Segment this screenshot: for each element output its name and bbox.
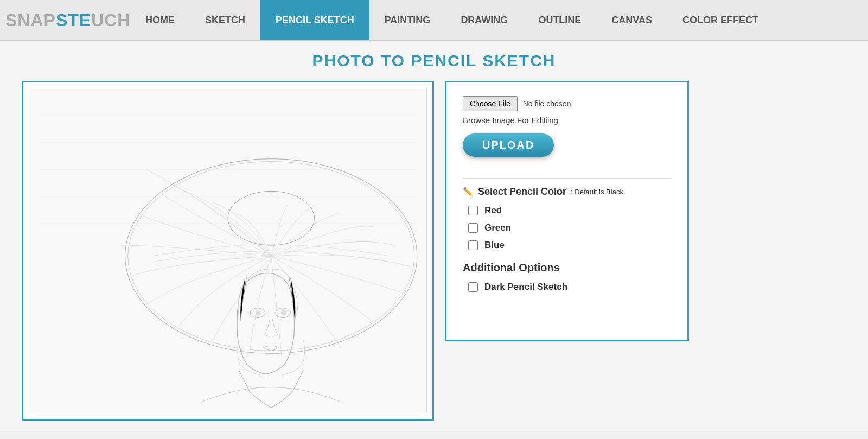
svg-point-11 [256, 310, 261, 316]
dark-pencil-checkbox-row: Dark Pencil Sketch [468, 282, 671, 292]
main-content: PHOTO TO PENCIL SKETCH [0, 41, 868, 431]
dark-pencil-label: Dark Pencil Sketch [484, 282, 567, 292]
nav-item-drawing[interactable]: DRAWING [445, 0, 523, 40]
browse-text: Browse Image For Editiing [463, 116, 671, 125]
main-nav: HOMESKETCHPENCIL SKETCHPAINTINGDRAWINGOU… [130, 0, 774, 40]
page-title: PHOTO TO PENCIL SKETCH [22, 52, 846, 70]
green-label: Green [484, 222, 511, 233]
file-input-row: Choose File No file chosen [463, 96, 671, 111]
blue-checkbox-row: Blue [468, 240, 671, 251]
choose-file-button[interactable]: Choose File [463, 96, 518, 111]
nav-item-home[interactable]: HOME [130, 0, 190, 40]
blue-checkbox[interactable] [468, 240, 478, 250]
nav-item-outline[interactable]: OUTLINE [523, 0, 596, 40]
red-label: Red [484, 205, 502, 216]
nav-item-painting[interactable]: PAINTING [369, 0, 446, 40]
nav-item-canvas[interactable]: CANVAS [596, 0, 667, 40]
image-display [29, 88, 427, 413]
header: SNAPSTEUCH HOMESKETCHPENCIL SKETCHPAINTI… [0, 0, 868, 41]
dark-pencil-checkbox[interactable] [468, 282, 478, 292]
upload-button[interactable]: UPLOAD [463, 133, 554, 157]
pencil-color-label: Select Pencil Color [478, 186, 566, 198]
controls-panel: Choose File No file chosen Browse Image … [445, 81, 689, 341]
green-checkbox[interactable] [468, 223, 478, 233]
divider-1 [463, 178, 671, 179]
additional-options-title: Additional Options [463, 262, 671, 274]
svg-point-12 [281, 310, 286, 316]
logo-snap: SNAP [5, 10, 56, 30]
blue-label: Blue [484, 240, 505, 251]
nav-item-pencil-sketch[interactable]: PENCIL SKETCH [260, 0, 369, 40]
green-checkbox-row: Green [468, 222, 671, 233]
content-area: Choose File No file chosen Browse Image … [22, 81, 846, 421]
red-checkbox-row: Red [468, 205, 671, 216]
red-checkbox[interactable] [468, 206, 478, 215]
default-note: : Default is Black [571, 188, 623, 196]
pencil-icon: ✏️ [463, 187, 474, 197]
nav-item-color-effect[interactable]: COLOR EFFECT [667, 0, 774, 40]
no-file-text: No file chosen [523, 99, 571, 108]
logo-ste: STE [56, 10, 91, 30]
svg-rect-0 [39, 88, 417, 413]
image-panel [22, 81, 434, 421]
logo-uch: UCH [91, 10, 130, 30]
pencil-color-section-label: ✏️ Select Pencil Color : Default is Blac… [463, 186, 671, 198]
sketch-image [29, 88, 426, 413]
nav-item-sketch[interactable]: SKETCH [190, 0, 260, 40]
logo: SNAPSTEUCH [5, 10, 114, 30]
